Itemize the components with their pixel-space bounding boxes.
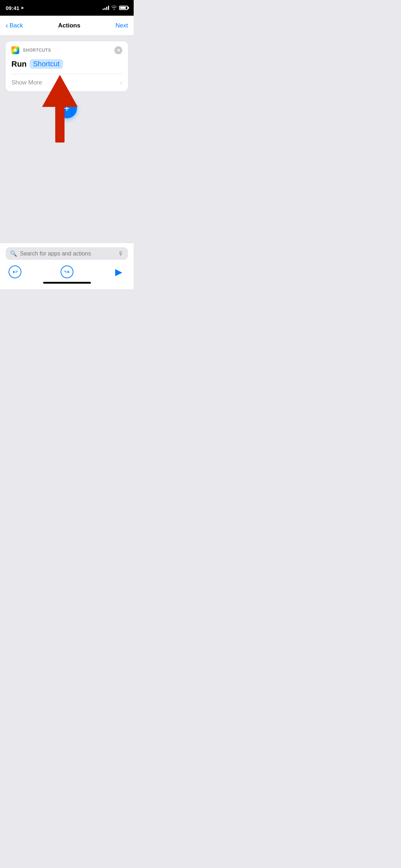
- chevron-left-icon: ‹: [6, 21, 8, 30]
- home-bar: [43, 282, 91, 284]
- app-name-label: SHORTCUTS: [23, 48, 51, 53]
- status-time: 09:41 ➤: [6, 5, 24, 11]
- back-button[interactable]: ‹ Back: [6, 21, 23, 30]
- page-title: Actions: [58, 22, 80, 29]
- time-label: 09:41: [6, 5, 19, 11]
- action-row: Run Shortcut: [6, 58, 128, 74]
- bottom-bar: 🔍 🎙 ↩ ↪ ▶: [0, 243, 134, 289]
- status-bar: 09:41 ➤: [0, 0, 134, 16]
- signal-bar-2: [104, 8, 106, 10]
- wifi-icon: [111, 5, 117, 11]
- redo-icon: ↪: [64, 268, 70, 276]
- next-button[interactable]: Next: [115, 22, 128, 29]
- play-icon: ▶: [115, 267, 122, 278]
- signal-bars: [103, 6, 109, 10]
- search-input[interactable]: [20, 250, 115, 257]
- svg-rect-0: [55, 103, 65, 143]
- show-more-label: Show More: [11, 79, 42, 86]
- action-card-header: SHORTCUTS ✕: [6, 41, 128, 58]
- close-icon: ✕: [117, 48, 120, 53]
- main-content: SHORTCUTS ✕ Run Shortcut Show More › +: [0, 36, 134, 247]
- search-icon: 🔍: [10, 250, 17, 257]
- mic-icon[interactable]: 🎙: [118, 250, 124, 257]
- signal-bar-1: [103, 9, 104, 10]
- shortcut-badge[interactable]: Shortcut: [30, 59, 63, 69]
- arrow-annotation: [38, 75, 81, 148]
- app-info: SHORTCUTS: [11, 46, 51, 54]
- location-icon: ➤: [21, 6, 24, 10]
- chevron-right-icon: ›: [120, 79, 122, 86]
- signal-bar-3: [106, 7, 107, 10]
- undo-icon: ↩: [12, 268, 18, 276]
- home-indicator: [6, 280, 128, 286]
- close-button[interactable]: ✕: [114, 46, 122, 54]
- battery-icon: [119, 6, 128, 10]
- app-icon: [11, 46, 19, 54]
- status-icons: [103, 5, 128, 11]
- svg-marker-1: [42, 75, 78, 107]
- bottom-actions: ↩ ↪ ▶: [6, 264, 128, 280]
- nav-bar: ‹ Back Actions Next: [0, 16, 134, 36]
- run-label: Run: [11, 60, 27, 69]
- redo-button[interactable]: ↪: [61, 265, 73, 278]
- play-button[interactable]: ▶: [112, 265, 125, 278]
- battery-fill: [120, 7, 126, 9]
- back-label: Back: [10, 22, 23, 29]
- undo-button[interactable]: ↩: [9, 265, 21, 278]
- search-bar[interactable]: 🔍 🎙: [6, 247, 128, 260]
- signal-bar-4: [108, 6, 109, 10]
